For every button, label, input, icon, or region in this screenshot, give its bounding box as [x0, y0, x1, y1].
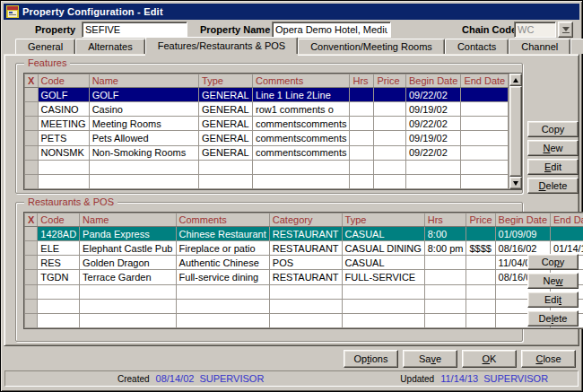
cell: [269, 313, 342, 327]
cell: [405, 160, 460, 174]
tab-contacts[interactable]: Contacts: [445, 39, 509, 54]
cell: [89, 160, 198, 174]
table-row[interactable]: PETSPets AllowedGENERALcommentscomments0…: [25, 131, 509, 145]
table-row[interactable]: RESGolden DragonAuthentic ChinesePOSCASU…: [25, 256, 583, 270]
updated-label: Updated: [400, 374, 434, 384]
scroll-up-button[interactable]: [509, 74, 522, 86]
cell: [466, 313, 495, 327]
cell: [374, 102, 405, 117]
cell: GOLF: [89, 88, 198, 102]
header-row: XCodeNameTypeCommentsHrsPriceBegin DateE…: [25, 74, 509, 88]
cell: CASUAL: [342, 227, 424, 241]
cell: [25, 227, 38, 241]
property-configuration-window: Property Configuration - Edit Property P…: [0, 0, 583, 392]
cell: [374, 88, 405, 102]
table-row[interactable]: MEETINGMeeting RoomsGENERALcommentscomme…: [25, 117, 509, 131]
cell: [424, 270, 466, 284]
cell: Panda Express: [80, 227, 176, 241]
title-bar[interactable]: Property Configuration - Edit: [4, 4, 579, 20]
empty-row[interactable]: [25, 284, 583, 299]
cell: [424, 256, 466, 270]
scroll-thumb[interactable]: [509, 86, 522, 177]
cell: Full-service dining: [176, 270, 269, 284]
cell: GOLF: [38, 88, 89, 102]
property-input[interactable]: [82, 22, 187, 38]
cell: [466, 299, 495, 313]
copy-button[interactable]: Copy: [527, 254, 579, 270]
table-row[interactable]: 1428ADPanda ExpressChinese RestaurantRES…: [25, 227, 583, 241]
delete-button[interactable]: Delete: [527, 310, 579, 327]
empty-row[interactable]: [25, 174, 509, 188]
tab-alternates[interactable]: Alternates: [75, 39, 145, 54]
delete-button[interactable]: Delete: [527, 178, 579, 194]
cell: GENERAL: [199, 117, 253, 131]
table-row[interactable]: GOLFGOLFGENERALLine 1 Line 2Line09/22/02: [25, 88, 509, 102]
cell: ELE: [38, 241, 80, 256]
cell: [269, 284, 342, 299]
empty-row[interactable]: [25, 299, 583, 313]
cell: RESTAURANT: [269, 241, 342, 256]
new-button[interactable]: New: [527, 273, 579, 289]
table-row[interactable]: NONSMKNon-Smoking RoomsGENERALcommentsco…: [25, 145, 509, 160]
empty-row[interactable]: [25, 160, 509, 174]
tab-convention-meeting-rooms[interactable]: Convention/Meeting Rooms: [298, 39, 445, 54]
created-user: SUPERVISOR: [199, 373, 264, 384]
close-button[interactable]: Close: [521, 350, 576, 368]
empty-row[interactable]: [25, 313, 583, 327]
cell: [374, 160, 405, 174]
cell: [38, 313, 80, 327]
cell: Golden Dragon: [80, 256, 176, 270]
cell: Pets Allowed: [89, 131, 198, 145]
cell: MEETING: [38, 117, 89, 131]
cell: 1428AD: [38, 227, 80, 241]
cell: [466, 270, 495, 284]
column-header-category: Category: [269, 213, 342, 227]
updated-date: 11/14/13: [440, 373, 478, 384]
window-title: Property Configuration - Edit: [22, 6, 163, 17]
cell: [461, 145, 509, 160]
restaurants-table: XCodeNameCommentsCategoryTypeHrsPriceBeg…: [24, 213, 583, 328]
cell: 09/19/02: [405, 102, 460, 117]
column-header-type: Type: [199, 74, 253, 88]
features-scrollbar[interactable]: [509, 74, 521, 189]
features-button-stack: CopyNewEditDelete: [527, 121, 579, 194]
tab-channel[interactable]: Channel: [509, 39, 570, 54]
cell: [38, 299, 80, 313]
cell: [38, 174, 89, 188]
options-button[interactable]: Options: [344, 350, 398, 368]
copy-button[interactable]: Copy: [527, 121, 579, 137]
table-row[interactable]: ELEElephant Castle PubFireplace or patio…: [25, 241, 583, 256]
cell: CASINO: [38, 102, 89, 117]
table-row[interactable]: CASINOCasinoGENERALrow1 comments o09/19/…: [25, 102, 509, 117]
new-button[interactable]: New: [527, 140, 579, 156]
cell: $$$$: [466, 241, 495, 256]
chain-code-input[interactable]: [514, 22, 556, 38]
ok-button[interactable]: OK: [462, 350, 517, 368]
cell: [350, 117, 374, 131]
cell: [424, 313, 466, 327]
tab-features-restaurants-pos[interactable]: Features/Restaurants & POS: [145, 37, 298, 54]
cell: RES: [38, 256, 80, 270]
edit-button[interactable]: Edit: [527, 159, 579, 175]
edit-button[interactable]: Edit: [527, 292, 579, 308]
tab-more[interactable]: More: [570, 39, 583, 54]
column-header-hrs: Hrs: [350, 74, 374, 88]
chain-code-lov-button[interactable]: [558, 22, 573, 38]
cell: [350, 102, 374, 117]
cell: [342, 299, 424, 313]
cell: [374, 174, 405, 188]
tab-general[interactable]: General: [15, 39, 75, 54]
tab-bar: GeneralAlternatesFeatures/Restaurants & …: [15, 38, 579, 54]
property-name-input[interactable]: [272, 22, 391, 38]
column-header-price: Price: [374, 74, 405, 88]
cell: [252, 174, 349, 188]
cell: [25, 117, 39, 131]
cell: [176, 313, 269, 327]
cell: [38, 284, 80, 299]
scroll-down-button[interactable]: [509, 177, 522, 189]
cell: 09/19/02: [405, 131, 460, 145]
table-row[interactable]: TGDNTerrace GardenFull-service diningRES…: [25, 270, 583, 284]
save-button[interactable]: Save: [403, 350, 457, 368]
created-date: 08/14/02: [156, 373, 195, 384]
features-group-label: Features: [24, 57, 70, 68]
